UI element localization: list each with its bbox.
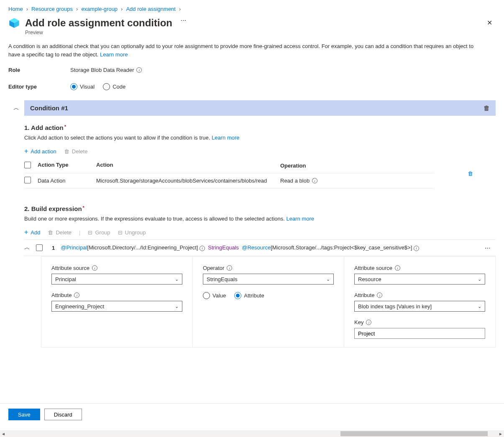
expression-builder: Attribute sourcei Principal⌄ Attributei … xyxy=(41,256,496,348)
field-label: Attributei xyxy=(51,292,182,298)
attribute-source-select[interactable]: Principal⌄ xyxy=(51,274,182,285)
role-value: Storage Blob Data Reader xyxy=(70,67,134,73)
key-input[interactable] xyxy=(354,328,485,339)
radio-icon xyxy=(103,83,110,90)
delete-condition-button[interactable]: 🗑 xyxy=(484,104,490,112)
description: A condition is an additional check that … xyxy=(8,42,477,58)
breadcrumb-link[interactable]: Home xyxy=(8,6,23,12)
chevron-down-icon: ⌄ xyxy=(175,304,179,309)
value-radio[interactable]: Value xyxy=(203,292,226,299)
breadcrumb: Home › Resource groups › example-group ›… xyxy=(0,0,504,15)
cell: Read a blob xyxy=(280,178,310,184)
attribute-source-select[interactable]: Resource⌄ xyxy=(354,274,485,285)
col-header: Action Type xyxy=(38,162,96,170)
page-title: Add role assignment condition xyxy=(25,17,172,29)
info-icon[interactable]: i xyxy=(227,265,232,271)
learn-more-link[interactable]: Learn more xyxy=(100,51,128,58)
row-checkbox[interactable] xyxy=(24,177,31,183)
condition-header: Condition #1 🗑 xyxy=(24,100,496,116)
section-description: Click Add action to select the actions y… xyxy=(24,135,496,141)
select-all-checkbox[interactable] xyxy=(24,162,31,168)
cell: Microsoft.Storage/storageAccounts/blobSe… xyxy=(96,178,280,184)
group-button: ⊟ Group xyxy=(88,229,110,236)
info-icon[interactable]: i xyxy=(377,292,382,298)
page-subtitle: Preview xyxy=(25,30,172,36)
collapse-icon[interactable]: ︿ xyxy=(13,104,19,112)
info-icon[interactable]: i xyxy=(200,246,205,251)
content-scroll[interactable]: A condition is an additional check that … xyxy=(0,42,504,410)
save-button[interactable]: Save xyxy=(8,409,40,420)
scroll-right-icon[interactable]: ► xyxy=(497,430,504,437)
table-header: Action Type Action Operation xyxy=(24,158,434,173)
operator-select[interactable]: StringEquals⌄ xyxy=(203,274,334,285)
plus-icon: + xyxy=(24,147,28,155)
breadcrumb-link[interactable]: example-group xyxy=(81,6,118,12)
editor-type-label: Editor type xyxy=(8,84,70,90)
page-header: Add role assignment condition Preview ··… xyxy=(0,15,504,42)
chevron-right-icon: › xyxy=(179,6,181,12)
info-icon[interactable]: i xyxy=(92,265,97,271)
group-icon: ⊟ xyxy=(88,229,92,236)
ungroup-button: ⊟ Ungroup xyxy=(118,229,146,236)
radio-icon xyxy=(203,292,210,299)
add-expression-button[interactable]: + Add xyxy=(24,229,40,236)
expression-number: 1 xyxy=(52,245,55,251)
expression-checkbox[interactable] xyxy=(36,244,43,251)
radio-label: Visual xyxy=(80,84,95,90)
attribute-select[interactable]: Blob index tags [Values in key]⌄ xyxy=(354,301,485,312)
learn-more-link[interactable]: Learn more xyxy=(212,135,239,141)
section-title: 1. Add action* xyxy=(24,124,496,131)
footer: Save Discard xyxy=(0,403,504,425)
info-icon[interactable]: i xyxy=(366,320,371,325)
field-label: Attributei xyxy=(354,292,485,298)
chevron-down-icon: ⌄ xyxy=(478,304,481,309)
required-icon: * xyxy=(64,124,66,129)
cube-icon xyxy=(8,17,20,29)
collapse-icon[interactable]: ︿ xyxy=(24,244,30,252)
radio-label: Attribute xyxy=(244,292,264,299)
editor-type-code-radio[interactable]: Code xyxy=(103,83,125,90)
col-header: Operation xyxy=(280,162,434,170)
more-icon[interactable]: ··· xyxy=(181,17,187,23)
field-label: Keyi xyxy=(354,319,485,325)
delete-row-button[interactable]: 🗑 xyxy=(468,170,473,177)
section-description: Build one or more expressions. If the ex… xyxy=(24,216,496,222)
close-icon[interactable]: ✕ xyxy=(487,19,492,27)
info-icon[interactable]: i xyxy=(414,246,419,251)
col-header: Action xyxy=(96,162,280,170)
info-icon[interactable]: i xyxy=(312,178,317,183)
scroll-thumb[interactable] xyxy=(340,431,488,436)
radio-icon xyxy=(70,83,77,90)
learn-more-link[interactable]: Learn more xyxy=(287,216,314,222)
radio-label: Code xyxy=(113,84,125,90)
cell: Data Action xyxy=(38,178,96,184)
info-icon[interactable]: i xyxy=(74,292,79,298)
chevron-down-icon: ⌄ xyxy=(175,277,179,282)
horizontal-scrollbar[interactable]: ◄ ► xyxy=(0,430,504,437)
more-icon[interactable]: ··· xyxy=(485,245,491,251)
plus-icon: + xyxy=(24,229,28,236)
scroll-left-icon[interactable]: ◄ xyxy=(0,430,7,437)
breadcrumb-link[interactable]: Add role assignment xyxy=(126,6,176,12)
required-icon: * xyxy=(83,205,84,210)
field-label: Attribute sourcei xyxy=(51,265,182,271)
chevron-right-icon: › xyxy=(121,6,123,12)
section-title: 2. Build expression* xyxy=(24,205,496,212)
ungroup-icon: ⊟ xyxy=(118,229,123,236)
chevron-down-icon: ⌄ xyxy=(326,277,330,282)
attribute-radio[interactable]: Attribute xyxy=(234,292,264,299)
expression-row: ︿ 1 @Principal[Microsoft.Directory/.../I… xyxy=(24,240,496,256)
condition-title: Condition #1 xyxy=(30,104,68,112)
delete-expression-button: 🗑 Delete xyxy=(48,229,72,236)
trash-icon: 🗑 xyxy=(64,148,69,155)
add-action-button[interactable]: + Add action xyxy=(24,147,56,155)
editor-type-visual-radio[interactable]: Visual xyxy=(70,83,95,90)
info-icon[interactable]: i xyxy=(136,67,142,73)
info-icon[interactable]: i xyxy=(395,265,400,271)
chevron-down-icon: ⌄ xyxy=(478,277,481,282)
attribute-select[interactable]: Engineering_Project⌄ xyxy=(51,301,182,312)
discard-button[interactable]: Discard xyxy=(44,409,82,420)
table-row: Data Action Microsoft.Storage/storageAcc… xyxy=(24,173,434,188)
chevron-right-icon: › xyxy=(76,6,78,12)
breadcrumb-link[interactable]: Resource groups xyxy=(31,6,73,12)
